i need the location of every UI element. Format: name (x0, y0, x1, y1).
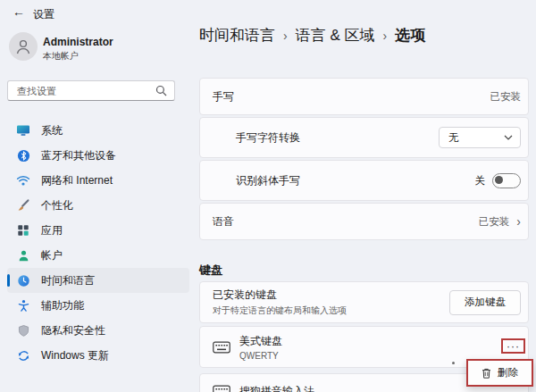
account-person-icon (16, 248, 30, 263)
handwriting-status: 已安装 (490, 90, 522, 104)
breadcrumb-separator: › (382, 29, 387, 43)
handwriting-label: 手写 (213, 89, 234, 104)
bluetooth-icon (16, 148, 30, 163)
search-box[interactable] (7, 80, 175, 101)
add-keyboard-button[interactable]: 添加键盘 (449, 290, 521, 315)
sidebar-item-label: 蓝牙和其他设备 (41, 148, 116, 163)
dropdown-value: 无 (448, 131, 459, 145)
display-icon (16, 123, 30, 138)
search-icon (155, 85, 167, 96)
sidebar-item-label: 应用 (41, 223, 63, 238)
breadcrumb: 时间和语言 › 语言 & 区域 › 选项 (199, 25, 425, 46)
wifi-icon (16, 173, 30, 188)
sidebar-item-label: Windows 更新 (41, 348, 109, 363)
sidebar-item-label: 隐私和安全性 (41, 323, 105, 338)
apps-grid-icon (16, 223, 30, 238)
speech-row[interactable]: 语音 已安装 › (199, 203, 529, 240)
installed-keyboards-subtitle: 对于特定语言的键布局和输入选项 (213, 304, 347, 317)
handwriting-conversion-row: 手写字符转换 无 (199, 117, 529, 158)
settings-window: ← 设置 Administrator 本地帐户 系统 (0, 0, 536, 392)
keyboard-us-name: 美式键盘 (239, 334, 282, 349)
search-input[interactable] (15, 85, 155, 97)
app-title: 设置 (33, 7, 54, 22)
sidebar-item-accounts[interactable]: 帐户 (7, 243, 189, 268)
installed-keyboards-row: 已安装的键盘 对于特定语言的键布局和输入选项 添加键盘 (199, 281, 529, 323)
sidebar-item-privacy[interactable]: 隐私和安全性 (7, 318, 189, 343)
sidebar-item-label: 辅助功能 (41, 298, 84, 313)
sidebar-item-network[interactable]: 网络和 Internet (7, 168, 189, 193)
cursor-dot (452, 362, 455, 364)
windows-update-icon (16, 348, 30, 363)
keyboard-icon (213, 340, 230, 354)
keyboard-us-layout: QWERTY (239, 351, 282, 361)
sidebar-nav: 系统 蓝牙和其他设备 网络和 Internet 个性化 (7, 118, 189, 368)
delete-label: 删除 (498, 366, 518, 379)
handwriting-row[interactable]: 手写 已安装 (199, 78, 529, 115)
breadcrumb-language-region[interactable]: 语言 & 区域 (296, 25, 375, 46)
chevron-down-icon (504, 135, 513, 140)
keyboard-sogou-name: 搜狗拼音输入法 (239, 384, 314, 392)
personalization-brush-icon (16, 198, 30, 213)
sidebar-item-personalization[interactable]: 个性化 (7, 193, 189, 218)
toggle-state-label: 关 (475, 174, 486, 188)
sidebar-item-label: 帐户 (41, 248, 63, 263)
speech-label: 语音 (213, 214, 234, 229)
toggle-knob (495, 176, 503, 184)
breadcrumb-time-language[interactable]: 时间和语言 (199, 25, 275, 46)
ellipsis-icon: ··· (507, 340, 520, 353)
sidebar-item-apps[interactable]: 应用 (7, 218, 189, 243)
chevron-right-icon: › (516, 214, 521, 229)
more-options-button[interactable]: ··· (501, 338, 525, 354)
sidebar-item-windows-update[interactable]: Windows 更新 (7, 343, 189, 368)
delete-menu-item[interactable]: 删除 (466, 359, 533, 387)
keyboard-section-title: 键盘 (199, 263, 222, 279)
speech-status: 已安装 (479, 215, 510, 229)
time-language-globe-icon (16, 273, 30, 288)
back-button[interactable]: ← (13, 4, 25, 19)
user-name: Administrator (43, 36, 113, 48)
breadcrumb-separator: › (283, 29, 288, 43)
trash-icon (482, 368, 491, 379)
handwriting-conversion-label: 手写字符转换 (236, 130, 300, 146)
sidebar-item-label: 系统 (41, 123, 63, 138)
italic-recognition-label: 识别斜体手写 (236, 173, 300, 188)
installed-keyboards-title: 已安装的键盘 (213, 288, 347, 303)
sidebar-item-accessibility[interactable]: 辅助功能 (7, 293, 189, 318)
sidebar-item-time-language[interactable]: 时间和语言 (7, 268, 189, 293)
italic-recognition-row: 识别斜体手写 关 (199, 160, 529, 201)
user-account-type: 本地帐户 (43, 50, 79, 63)
sidebar-item-label: 网络和 Internet (41, 173, 113, 188)
user-person-icon (13, 37, 33, 56)
accessibility-person-icon (16, 298, 30, 313)
sidebar-item-system[interactable]: 系统 (7, 118, 189, 143)
avatar[interactable] (9, 32, 38, 61)
page-title: 选项 (395, 25, 425, 46)
sidebar-item-bluetooth[interactable]: 蓝牙和其他设备 (7, 143, 189, 168)
sidebar-item-label: 个性化 (41, 198, 73, 213)
handwriting-conversion-dropdown[interactable]: 无 (439, 127, 521, 148)
italic-recognition-toggle[interactable] (492, 173, 521, 188)
privacy-shield-icon (16, 323, 30, 338)
keyboard-icon (213, 384, 230, 392)
sidebar-item-label: 时间和语言 (41, 273, 95, 288)
